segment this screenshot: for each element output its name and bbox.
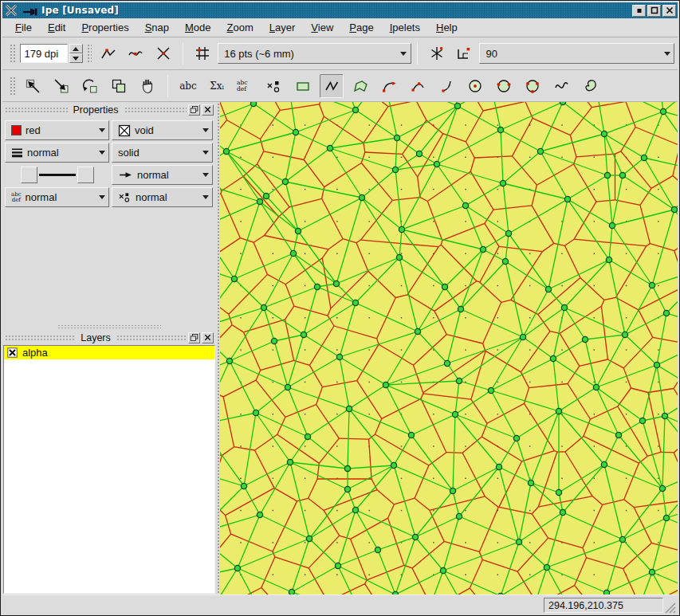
mode-math-button[interactable]: Σxᵢ xyxy=(205,74,229,98)
statusbar: 294.196,210.375 xyxy=(2,594,678,615)
menu-ipelets[interactable]: Ipelets xyxy=(382,19,428,36)
snap-intersection-icon xyxy=(155,45,172,62)
stroke-color-combobox[interactable]: red xyxy=(5,120,109,140)
text-size-combobox[interactable]: abcdef normal xyxy=(5,187,109,207)
resolution-value[interactable]: 179 dpi xyxy=(20,44,68,63)
snap-vertex-button[interactable] xyxy=(97,41,120,65)
mode-select-button[interactable] xyxy=(21,74,45,98)
mode-rotate-button[interactable] xyxy=(78,74,102,98)
mode-marks-button[interactable] xyxy=(262,74,286,98)
pen-width-dropdown-arrow[interactable] xyxy=(95,143,108,162)
mouse-coordinates: 294.196,210.375 xyxy=(544,598,663,613)
minimize-button[interactable] xyxy=(632,5,646,17)
mode-paragraph-button[interactable]: abcdef xyxy=(234,74,257,98)
gridsize-combobox[interactable]: 16 pts (~6 mm) xyxy=(218,43,411,64)
properties-close-button[interactable] xyxy=(202,104,214,116)
arrow-style-value: normal xyxy=(137,169,169,181)
menu-properties[interactable]: Properties xyxy=(73,19,136,36)
layers-close-button[interactable] xyxy=(202,332,214,343)
mode-arc-mid-button[interactable] xyxy=(406,74,430,98)
snap-boundary-icon xyxy=(127,45,144,62)
layers-float-button[interactable] xyxy=(188,332,200,343)
resolution-up-button[interactable] xyxy=(69,44,83,53)
snap-intersection-button[interactable] xyxy=(152,41,175,65)
mode-arc-simple-button[interactable] xyxy=(434,74,458,98)
translate-icon xyxy=(53,77,70,95)
mode-splinegon-button[interactable] xyxy=(578,74,602,98)
void-fill-icon xyxy=(118,124,131,137)
arrow-style-combobox[interactable]: normal xyxy=(112,165,213,185)
menu-view[interactable]: View xyxy=(303,19,341,36)
toolbar-drag-handle[interactable] xyxy=(9,43,15,64)
resize-grip[interactable] xyxy=(665,602,676,614)
anglesize-dropdown-arrow[interactable] xyxy=(660,44,674,63)
toolbar-drag-handle[interactable] xyxy=(86,43,92,64)
layer-visibility-checkbox[interactable] xyxy=(7,347,18,358)
toolbar-drag-handle[interactable] xyxy=(9,76,15,96)
menu-zoom[interactable]: Zoom xyxy=(219,19,261,36)
pen-width-combobox[interactable]: normal xyxy=(5,143,109,163)
menu-edit[interactable]: Edit xyxy=(40,19,73,36)
panel-filler xyxy=(2,210,216,324)
marks-mode-icon xyxy=(265,77,283,95)
resolution-down-button[interactable] xyxy=(69,53,83,63)
titlebar[interactable]: Ipe [Unsaved] xyxy=(2,2,678,18)
properties-float-button[interactable] xyxy=(188,104,200,116)
resolution-spinbox[interactable]: 179 dpi xyxy=(20,43,83,64)
menu-file[interactable]: File xyxy=(7,19,40,36)
properties-dock-titlebar[interactable]: Properties xyxy=(2,102,216,117)
mode-arc-ends-button[interactable] xyxy=(377,74,401,98)
menu-page[interactable]: Page xyxy=(341,19,381,36)
snap-grid-button[interactable] xyxy=(191,41,214,65)
maximize-button[interactable] xyxy=(647,5,661,17)
ipe-app-icon[interactable] xyxy=(22,6,38,15)
math-mode-icon: Σxᵢ xyxy=(208,77,226,95)
mode-rectangle-button[interactable] xyxy=(291,74,315,98)
arrow-style-dropdown-arrow[interactable] xyxy=(198,166,212,184)
mark-size-dropdown-arrow[interactable] xyxy=(198,188,212,206)
menu-help[interactable]: Help xyxy=(428,19,466,36)
mode-polygon-button[interactable] xyxy=(348,74,372,98)
dock-texture xyxy=(5,106,68,113)
snap-auto-angle-button[interactable] xyxy=(453,41,475,65)
layers-list[interactable]: alpha xyxy=(3,345,215,594)
dock-splitter[interactable] xyxy=(2,324,216,330)
mode-stretch-button[interactable] xyxy=(107,74,131,98)
snap-boundary-button[interactable] xyxy=(124,41,147,65)
window-controls xyxy=(632,5,676,17)
menu-layer[interactable]: Layer xyxy=(261,19,304,36)
layer-row-alpha[interactable]: alpha xyxy=(4,346,214,359)
menu-snap[interactable]: Snap xyxy=(137,19,177,36)
stroke-color-dropdown-arrow[interactable] xyxy=(95,121,108,139)
mode-circle-diameter-button[interactable] xyxy=(492,74,516,98)
mode-polyline-button[interactable] xyxy=(320,74,344,98)
text-size-dropdown-arrow[interactable] xyxy=(95,188,108,206)
fill-style-combobox[interactable]: void xyxy=(112,120,213,140)
paragraph-mode-icon: abcdef xyxy=(237,77,254,95)
mode-translate-button[interactable] xyxy=(49,74,73,98)
close-button[interactable] xyxy=(662,5,676,17)
mode-spline-button[interactable] xyxy=(549,74,573,98)
mode-text-button[interactable]: abc xyxy=(176,74,200,98)
arc-mid-icon xyxy=(409,77,426,95)
x-cursor-icon xyxy=(5,4,18,17)
forward-arrow-toggle[interactable] xyxy=(77,167,94,183)
mark-size-combobox[interactable]: normal xyxy=(112,187,213,207)
fill-style-dropdown-arrow[interactable] xyxy=(198,121,212,139)
anglesize-combobox[interactable]: 90 xyxy=(479,43,674,64)
dock-texture xyxy=(5,334,75,341)
mode-circle-center-button[interactable] xyxy=(463,74,487,98)
mark-size-value: normal xyxy=(136,191,167,203)
drawing-canvas[interactable] xyxy=(220,102,678,594)
layers-dock-titlebar[interactable]: Layers xyxy=(2,330,216,345)
dash-style-combobox[interactable]: solid xyxy=(112,143,213,163)
menu-mode[interactable]: Mode xyxy=(177,19,219,36)
gridsize-dropdown-arrow[interactable] xyxy=(397,44,411,63)
mode-pan-button[interactable] xyxy=(136,74,159,98)
dash-style-dropdown-arrow[interactable] xyxy=(198,143,212,162)
mode-circle-3pts-button[interactable] xyxy=(521,74,544,98)
snap-angle-button[interactable] xyxy=(426,41,448,65)
backward-arrow-toggle[interactable] xyxy=(21,167,37,183)
polygon-mode-icon xyxy=(352,77,369,95)
polyline-mode-icon xyxy=(323,77,340,95)
